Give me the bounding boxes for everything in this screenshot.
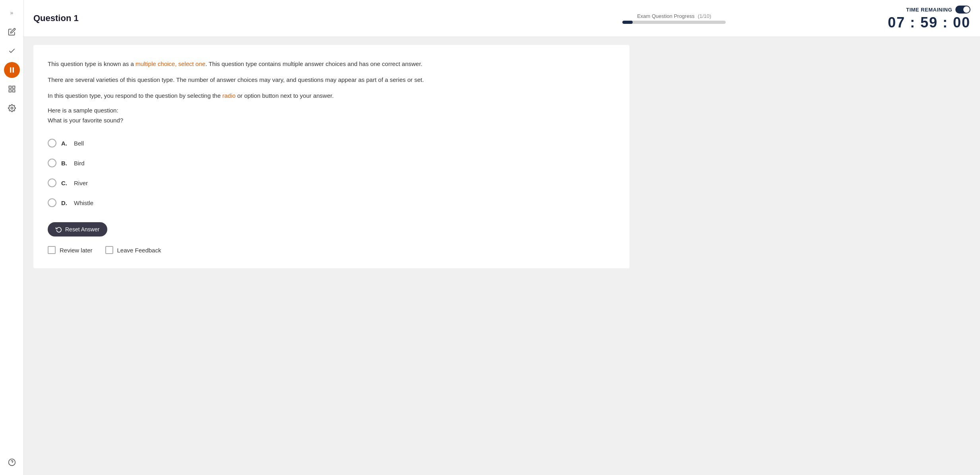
answer-letter-b: B. xyxy=(61,160,69,167)
highlight-radio: radio xyxy=(222,92,235,99)
progress-label-row: Exam Question Progress (1/10) xyxy=(637,13,711,19)
progress-count: (1/10) xyxy=(698,13,711,19)
reset-icon xyxy=(56,226,62,233)
answer-option-d[interactable]: D. Whistle xyxy=(48,193,610,213)
highlight-multiple-choice: multiple choice, select one xyxy=(136,60,205,67)
answer-text-b: Bird xyxy=(74,160,85,167)
pause-icon xyxy=(8,66,16,74)
timer-section: TIME REMAINING 07 : 59 : 00 xyxy=(888,6,970,31)
leave-feedback-checkbox-label[interactable]: Leave Feedback xyxy=(105,246,161,254)
radio-a xyxy=(48,139,56,147)
reset-button-label: Reset Answer xyxy=(65,226,99,233)
svg-rect-1 xyxy=(12,67,14,72)
svg-point-6 xyxy=(11,107,13,109)
expand-icon: » xyxy=(10,10,14,16)
radio-c xyxy=(48,178,56,187)
grid-icon xyxy=(8,85,16,93)
progress-bar-track xyxy=(622,21,726,24)
svg-rect-0 xyxy=(10,67,11,72)
sidebar-item-grid[interactable] xyxy=(4,81,20,97)
sidebar-expand-button[interactable]: » xyxy=(4,5,20,21)
review-later-label: Review later xyxy=(60,247,93,254)
answer-letter-c: C. xyxy=(61,180,69,186)
sidebar-item-review[interactable] xyxy=(4,43,20,59)
answer-choices: A. Bell B. Bird C. River xyxy=(48,133,610,213)
intro-paragraph-3: In this question type, you respond to th… xyxy=(48,91,610,101)
answer-option-c[interactable]: C. River xyxy=(48,173,610,193)
sidebar: » xyxy=(0,0,24,475)
review-icon xyxy=(8,47,16,55)
radio-d xyxy=(48,198,56,207)
settings-icon xyxy=(8,104,16,112)
header: Question 1 Exam Question Progress (1/10)… xyxy=(24,0,980,37)
notes-icon xyxy=(8,28,16,36)
leave-feedback-checkbox[interactable] xyxy=(105,246,113,254)
progress-label-text: Exam Question Progress xyxy=(637,13,695,19)
svg-rect-4 xyxy=(9,90,11,92)
answer-text-c: River xyxy=(74,180,88,186)
reset-answer-button[interactable]: Reset Answer xyxy=(48,222,107,237)
answer-letter-d: D. xyxy=(61,200,69,206)
sidebar-item-pause[interactable] xyxy=(4,62,20,78)
question-title: Question 1 xyxy=(33,13,461,23)
svg-rect-3 xyxy=(12,86,15,89)
main-content: Question 1 Exam Question Progress (1/10)… xyxy=(24,0,980,475)
action-row: Review later Leave Feedback xyxy=(48,246,610,254)
help-icon xyxy=(8,458,16,466)
review-later-checkbox[interactable] xyxy=(48,246,56,254)
intro-paragraph-1: This question type is known as a multipl… xyxy=(48,59,610,69)
timer-toggle[interactable] xyxy=(955,6,970,14)
answer-text-a: Bell xyxy=(74,140,84,147)
timer-label-row: TIME REMAINING xyxy=(906,6,970,14)
question-text: What is your favorite sound? xyxy=(48,117,610,124)
sidebar-item-notes[interactable] xyxy=(4,24,20,40)
leave-feedback-label: Leave Feedback xyxy=(117,247,161,254)
review-later-checkbox-label[interactable]: Review later xyxy=(48,246,93,254)
svg-rect-2 xyxy=(9,86,11,89)
sidebar-item-settings[interactable] xyxy=(4,100,20,116)
timer-label: TIME REMAINING xyxy=(906,7,952,13)
progress-bar-fill xyxy=(622,21,633,24)
progress-section: Exam Question Progress (1/10) xyxy=(461,13,888,24)
answer-letter-a: A. xyxy=(61,140,69,147)
answer-option-a[interactable]: A. Bell xyxy=(48,133,610,153)
timer-value: 07 : 59 : 00 xyxy=(888,14,970,31)
timer-toggle-knob xyxy=(963,6,970,13)
radio-b xyxy=(48,159,56,167)
sidebar-item-help[interactable] xyxy=(4,454,20,470)
sample-question-label: Here is a sample question: xyxy=(48,107,610,114)
intro-paragraph-2: There are several varieties of this ques… xyxy=(48,75,610,85)
answer-option-b[interactable]: B. Bird xyxy=(48,153,610,173)
question-card: This question type is known as a multipl… xyxy=(33,45,629,268)
svg-rect-5 xyxy=(12,90,15,92)
content-area: This question type is known as a multipl… xyxy=(24,37,980,475)
answer-text-d: Whistle xyxy=(74,200,93,206)
